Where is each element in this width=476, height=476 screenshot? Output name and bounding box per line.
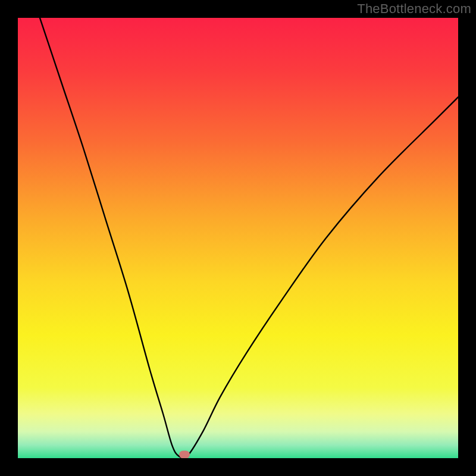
bottleneck-curve [18,18,458,458]
plot-area [18,18,458,458]
chart-frame: TheBottleneck.com [0,0,476,476]
optimum-marker [179,451,190,458]
watermark-text: TheBottleneck.com [357,1,471,17]
